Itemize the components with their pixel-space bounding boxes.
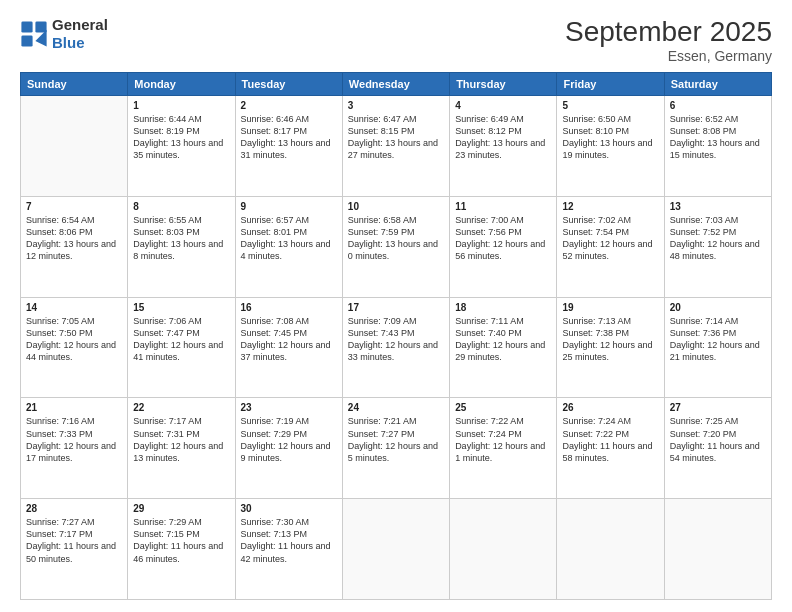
calendar-cell: 19Sunrise: 7:13 AM Sunset: 7:38 PM Dayli…: [557, 297, 664, 398]
day-info: Sunrise: 7:27 AM Sunset: 7:17 PM Dayligh…: [26, 516, 122, 565]
day-info: Sunrise: 7:09 AM Sunset: 7:43 PM Dayligh…: [348, 315, 444, 364]
calendar-cell: 13Sunrise: 7:03 AM Sunset: 7:52 PM Dayli…: [664, 196, 771, 297]
calendar-cell: 28Sunrise: 7:27 AM Sunset: 7:17 PM Dayli…: [21, 499, 128, 600]
day-info: Sunrise: 7:25 AM Sunset: 7:20 PM Dayligh…: [670, 415, 766, 464]
day-info: Sunrise: 7:22 AM Sunset: 7:24 PM Dayligh…: [455, 415, 551, 464]
calendar-cell: 16Sunrise: 7:08 AM Sunset: 7:45 PM Dayli…: [235, 297, 342, 398]
day-number: 5: [562, 100, 658, 111]
day-info: Sunrise: 6:44 AM Sunset: 8:19 PM Dayligh…: [133, 113, 229, 162]
day-info: Sunrise: 7:19 AM Sunset: 7:29 PM Dayligh…: [241, 415, 337, 464]
day-info: Sunrise: 7:16 AM Sunset: 7:33 PM Dayligh…: [26, 415, 122, 464]
day-info: Sunrise: 6:46 AM Sunset: 8:17 PM Dayligh…: [241, 113, 337, 162]
day-number: 15: [133, 302, 229, 313]
day-number: 7: [26, 201, 122, 212]
header-cell-saturday: Saturday: [664, 73, 771, 96]
day-info: Sunrise: 7:30 AM Sunset: 7:13 PM Dayligh…: [241, 516, 337, 565]
day-number: 21: [26, 402, 122, 413]
week-row: 21Sunrise: 7:16 AM Sunset: 7:33 PM Dayli…: [21, 398, 772, 499]
day-info: Sunrise: 7:08 AM Sunset: 7:45 PM Dayligh…: [241, 315, 337, 364]
page: General Blue September 2025 Essen, Germa…: [0, 0, 792, 612]
calendar-header: SundayMondayTuesdayWednesdayThursdayFrid…: [21, 73, 772, 96]
day-number: 9: [241, 201, 337, 212]
calendar-cell: 20Sunrise: 7:14 AM Sunset: 7:36 PM Dayli…: [664, 297, 771, 398]
day-info: Sunrise: 7:29 AM Sunset: 7:15 PM Dayligh…: [133, 516, 229, 565]
day-info: Sunrise: 7:00 AM Sunset: 7:56 PM Dayligh…: [455, 214, 551, 263]
day-info: Sunrise: 7:06 AM Sunset: 7:47 PM Dayligh…: [133, 315, 229, 364]
header-cell-wednesday: Wednesday: [342, 73, 449, 96]
calendar-cell: 3Sunrise: 6:47 AM Sunset: 8:15 PM Daylig…: [342, 96, 449, 197]
day-info: Sunrise: 7:14 AM Sunset: 7:36 PM Dayligh…: [670, 315, 766, 364]
calendar-cell: [664, 499, 771, 600]
day-number: 13: [670, 201, 766, 212]
day-info: Sunrise: 7:02 AM Sunset: 7:54 PM Dayligh…: [562, 214, 658, 263]
calendar-cell: 8Sunrise: 6:55 AM Sunset: 8:03 PM Daylig…: [128, 196, 235, 297]
day-info: Sunrise: 6:57 AM Sunset: 8:01 PM Dayligh…: [241, 214, 337, 263]
calendar-cell: 30Sunrise: 7:30 AM Sunset: 7:13 PM Dayli…: [235, 499, 342, 600]
day-info: Sunrise: 7:11 AM Sunset: 7:40 PM Dayligh…: [455, 315, 551, 364]
day-number: 29: [133, 503, 229, 514]
calendar-cell: 7Sunrise: 6:54 AM Sunset: 8:06 PM Daylig…: [21, 196, 128, 297]
week-row: 28Sunrise: 7:27 AM Sunset: 7:17 PM Dayli…: [21, 499, 772, 600]
day-number: 24: [348, 402, 444, 413]
day-number: 19: [562, 302, 658, 313]
calendar-cell: 14Sunrise: 7:05 AM Sunset: 7:50 PM Dayli…: [21, 297, 128, 398]
calendar-cell: 11Sunrise: 7:00 AM Sunset: 7:56 PM Dayli…: [450, 196, 557, 297]
day-info: Sunrise: 6:55 AM Sunset: 8:03 PM Dayligh…: [133, 214, 229, 263]
calendar-cell: 18Sunrise: 7:11 AM Sunset: 7:40 PM Dayli…: [450, 297, 557, 398]
logo-blue: Blue: [52, 34, 85, 51]
day-info: Sunrise: 6:54 AM Sunset: 8:06 PM Dayligh…: [26, 214, 122, 263]
calendar-cell: 12Sunrise: 7:02 AM Sunset: 7:54 PM Dayli…: [557, 196, 664, 297]
day-number: 22: [133, 402, 229, 413]
day-number: 18: [455, 302, 551, 313]
day-number: 6: [670, 100, 766, 111]
day-info: Sunrise: 6:50 AM Sunset: 8:10 PM Dayligh…: [562, 113, 658, 162]
calendar-cell: 25Sunrise: 7:22 AM Sunset: 7:24 PM Dayli…: [450, 398, 557, 499]
calendar-cell: 4Sunrise: 6:49 AM Sunset: 8:12 PM Daylig…: [450, 96, 557, 197]
calendar-cell: 29Sunrise: 7:29 AM Sunset: 7:15 PM Dayli…: [128, 499, 235, 600]
calendar-cell: [342, 499, 449, 600]
header-row: SundayMondayTuesdayWednesdayThursdayFrid…: [21, 73, 772, 96]
calendar-cell: 2Sunrise: 6:46 AM Sunset: 8:17 PM Daylig…: [235, 96, 342, 197]
calendar-cell: [21, 96, 128, 197]
calendar-cell: 1Sunrise: 6:44 AM Sunset: 8:19 PM Daylig…: [128, 96, 235, 197]
calendar-cell: 17Sunrise: 7:09 AM Sunset: 7:43 PM Dayli…: [342, 297, 449, 398]
week-row: 7Sunrise: 6:54 AM Sunset: 8:06 PM Daylig…: [21, 196, 772, 297]
week-row: 14Sunrise: 7:05 AM Sunset: 7:50 PM Dayli…: [21, 297, 772, 398]
day-info: Sunrise: 7:21 AM Sunset: 7:27 PM Dayligh…: [348, 415, 444, 464]
calendar-cell: 23Sunrise: 7:19 AM Sunset: 7:29 PM Dayli…: [235, 398, 342, 499]
calendar-cell: 27Sunrise: 7:25 AM Sunset: 7:20 PM Dayli…: [664, 398, 771, 499]
header-cell-monday: Monday: [128, 73, 235, 96]
calendar-cell: 22Sunrise: 7:17 AM Sunset: 7:31 PM Dayli…: [128, 398, 235, 499]
calendar-body: 1Sunrise: 6:44 AM Sunset: 8:19 PM Daylig…: [21, 96, 772, 600]
day-info: Sunrise: 7:13 AM Sunset: 7:38 PM Dayligh…: [562, 315, 658, 364]
header-cell-sunday: Sunday: [21, 73, 128, 96]
calendar-cell: 26Sunrise: 7:24 AM Sunset: 7:22 PM Dayli…: [557, 398, 664, 499]
calendar-cell: 15Sunrise: 7:06 AM Sunset: 7:47 PM Dayli…: [128, 297, 235, 398]
day-number: 25: [455, 402, 551, 413]
svg-rect-2: [21, 35, 32, 46]
calendar-cell: 9Sunrise: 6:57 AM Sunset: 8:01 PM Daylig…: [235, 196, 342, 297]
day-number: 12: [562, 201, 658, 212]
day-number: 4: [455, 100, 551, 111]
location: Essen, Germany: [565, 48, 772, 64]
day-number: 14: [26, 302, 122, 313]
day-number: 27: [670, 402, 766, 413]
day-info: Sunrise: 7:17 AM Sunset: 7:31 PM Dayligh…: [133, 415, 229, 464]
svg-rect-0: [21, 21, 32, 32]
day-number: 17: [348, 302, 444, 313]
month-title: September 2025: [565, 16, 772, 48]
day-number: 30: [241, 503, 337, 514]
day-info: Sunrise: 6:47 AM Sunset: 8:15 PM Dayligh…: [348, 113, 444, 162]
day-number: 28: [26, 503, 122, 514]
week-row: 1Sunrise: 6:44 AM Sunset: 8:19 PM Daylig…: [21, 96, 772, 197]
day-info: Sunrise: 7:03 AM Sunset: 7:52 PM Dayligh…: [670, 214, 766, 263]
day-number: 16: [241, 302, 337, 313]
logo-general: General: [52, 16, 108, 33]
day-number: 2: [241, 100, 337, 111]
calendar-cell: 10Sunrise: 6:58 AM Sunset: 7:59 PM Dayli…: [342, 196, 449, 297]
day-info: Sunrise: 6:52 AM Sunset: 8:08 PM Dayligh…: [670, 113, 766, 162]
day-info: Sunrise: 7:24 AM Sunset: 7:22 PM Dayligh…: [562, 415, 658, 464]
logo: General Blue: [20, 16, 108, 52]
day-number: 10: [348, 201, 444, 212]
header: General Blue September 2025 Essen, Germa…: [20, 16, 772, 64]
